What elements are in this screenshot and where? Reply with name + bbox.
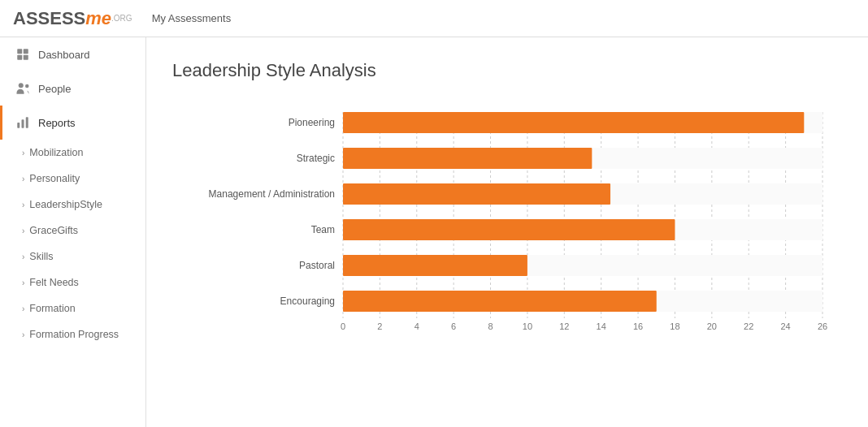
svg-rect-45 <box>343 183 610 205</box>
logo-me: me <box>85 8 111 29</box>
svg-rect-39 <box>343 112 804 133</box>
main-content: Leadership Style Analysis 02468101214161… <box>146 37 868 427</box>
svg-text:4: 4 <box>414 321 419 331</box>
app-layout: Dashboard People Reports › Mobilization … <box>0 37 868 427</box>
svg-rect-48 <box>343 219 675 240</box>
sidebar-item-feltneeds[interactable]: › Felt Needs <box>0 270 145 295</box>
sidebar-item-formation[interactable]: › Formation <box>0 295 145 321</box>
sidebar-label-formation: Formation <box>29 303 75 314</box>
my-assessments-link[interactable]: My Assessments <box>152 12 232 24</box>
chart-svg: 02468101214161820222426PioneeringStrateg… <box>172 104 839 356</box>
sidebar-item-mobilization[interactable]: › Mobilization <box>0 140 145 166</box>
sidebar-item-formationprogress[interactable]: › Formation Progress <box>0 321 145 347</box>
chevron-icon-skills: › <box>22 252 24 261</box>
svg-text:Encouraging: Encouraging <box>280 295 335 307</box>
chevron-icon-formation: › <box>22 304 24 313</box>
sidebar-label-personality: Personality <box>29 173 80 184</box>
sidebar-label-skills: Skills <box>29 251 53 262</box>
svg-text:18: 18 <box>670 321 679 331</box>
sidebar-label-feltneeds: Felt Needs <box>29 277 78 288</box>
chevron-icon-mobilization: › <box>22 149 24 157</box>
top-nav: ASSESSme.ORG My Assessments <box>0 0 868 37</box>
svg-rect-2 <box>17 55 22 60</box>
svg-point-4 <box>19 83 24 88</box>
svg-text:Team: Team <box>311 224 335 235</box>
sidebar-item-skills[interactable]: › Skills <box>0 244 145 270</box>
svg-text:Management / Administration: Management / Administration <box>209 188 335 200</box>
sidebar-label-people: People <box>38 83 71 95</box>
chevron-icon-gracegifts: › <box>22 226 24 235</box>
svg-rect-51 <box>343 255 527 276</box>
svg-text:10: 10 <box>523 321 532 331</box>
svg-text:0: 0 <box>341 321 345 331</box>
svg-text:22: 22 <box>744 321 753 331</box>
svg-text:20: 20 <box>707 321 717 331</box>
chevron-icon-leadershipstyle: › <box>22 201 24 209</box>
svg-text:Pioneering: Pioneering <box>289 117 335 128</box>
dashboard-icon <box>15 47 30 62</box>
logo: ASSESSme.ORG <box>13 8 132 29</box>
svg-rect-42 <box>343 148 592 169</box>
sidebar-label-mobilization: Mobilization <box>29 147 83 158</box>
svg-rect-3 <box>24 55 28 60</box>
leadership-style-chart: 02468101214161820222426PioneeringStrateg… <box>172 104 842 358</box>
svg-rect-7 <box>22 119 24 128</box>
sidebar-item-reports[interactable]: Reports <box>0 106 145 140</box>
svg-text:2: 2 <box>377 321 382 331</box>
chevron-icon-formationprogress: › <box>22 330 24 339</box>
logo-assess: ASSESS <box>13 8 85 29</box>
chevron-icon-personality: › <box>22 175 24 183</box>
sidebar-item-dashboard[interactable]: Dashboard <box>0 37 145 71</box>
svg-text:12: 12 <box>559 321 569 331</box>
sidebar-item-personality[interactable]: › Personality <box>0 166 145 192</box>
chevron-icon-feltneeds: › <box>22 278 24 287</box>
svg-text:16: 16 <box>633 321 643 331</box>
svg-text:Strategic: Strategic <box>297 153 335 164</box>
svg-text:26: 26 <box>818 321 827 331</box>
svg-text:6: 6 <box>451 321 456 331</box>
people-icon <box>15 81 30 96</box>
sidebar: Dashboard People Reports › Mobilization … <box>0 37 146 427</box>
sidebar-item-people[interactable]: People <box>0 71 145 106</box>
sidebar-label-formationprogress: Formation Progress <box>29 329 119 340</box>
sidebar-label-gracegifts: GraceGifts <box>29 225 78 236</box>
sidebar-item-leadershipstyle[interactable]: › LeadershipStyle <box>0 192 145 218</box>
sidebar-label-leadershipstyle: LeadershipStyle <box>29 199 102 210</box>
svg-text:24: 24 <box>780 321 790 331</box>
svg-rect-1 <box>24 49 28 54</box>
svg-text:14: 14 <box>597 321 606 331</box>
logo-org: .ORG <box>111 14 132 23</box>
reports-icon <box>15 115 30 130</box>
sidebar-label-dashboard: Dashboard <box>38 49 90 61</box>
svg-rect-6 <box>17 123 20 128</box>
svg-text:Pastoral: Pastoral <box>299 260 335 271</box>
svg-text:8: 8 <box>488 321 493 331</box>
sidebar-label-reports: Reports <box>38 117 76 129</box>
svg-rect-0 <box>17 49 22 54</box>
svg-rect-54 <box>343 291 657 312</box>
sidebar-item-gracegifts[interactable]: › GraceGifts <box>0 218 145 244</box>
page-title: Leadership Style Analysis <box>172 60 842 81</box>
svg-rect-8 <box>26 117 28 128</box>
svg-point-5 <box>25 84 29 88</box>
